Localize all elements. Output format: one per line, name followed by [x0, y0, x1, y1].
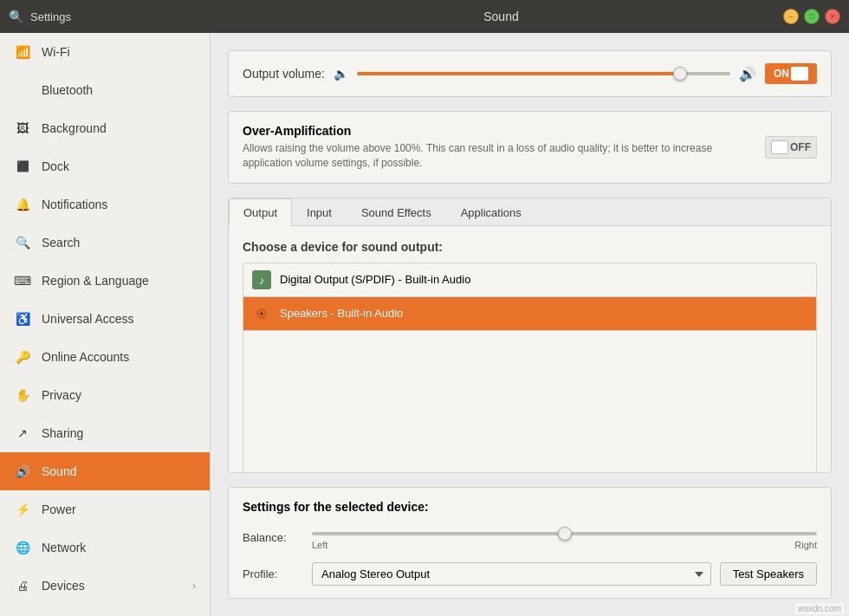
volume-section: Output volume: 🔈 🔊 ON [228, 50, 832, 97]
profile-row: Profile: Analog Stereo Output Analog Ste… [243, 562, 817, 586]
main-container: Wi-FiBluetoothBackgroundDockNotification… [0, 33, 849, 616]
notif-icon [14, 196, 31, 213]
access-icon [14, 310, 31, 327]
volume-slider[interactable] [357, 72, 730, 75]
sidebar-item-power[interactable]: Power [0, 490, 210, 528]
tab-applications[interactable]: Applications [446, 198, 536, 226]
bt-icon [14, 81, 31, 99]
overamp-title: Over-Amplification [243, 124, 751, 138]
sidebar-item-label-accounts: Online Accounts [42, 350, 196, 364]
titlebar: 🔍 Settings Sound – □ × [0, 0, 849, 33]
sidebar-item-label-devices: Devices [42, 579, 182, 593]
device-settings: Settings for the selected device: Balanc… [228, 487, 832, 599]
devices-icon [14, 577, 31, 594]
sidebar-item-label-background: Background [42, 121, 196, 135]
sidebar-item-label-power: Power [42, 503, 196, 516]
volume-label: Output volume: [243, 67, 325, 81]
profile-select[interactable]: Analog Stereo Output Analog Stereo Duple… [312, 562, 711, 586]
sidebar-item-label-notifications: Notifications [42, 198, 196, 211]
balance-right-label: Right [794, 540, 817, 550]
titlebar-settings-label: Settings [30, 10, 71, 23]
tabs-section: Output Input Sound Effects Applications … [228, 198, 832, 473]
overamp-desc: Allows raising the volume above 100%. Th… [243, 141, 751, 171]
sidebar-item-dock[interactable]: Dock [0, 147, 210, 185]
privacy-icon [14, 386, 31, 404]
balance-row: Balance: Left Right [243, 524, 817, 550]
toggle-off-label: OFF [790, 141, 811, 153]
overamp-text: Over-Amplification Allows raising the vo… [243, 124, 751, 171]
sidebar-item-label-sharing: Sharing [42, 426, 196, 440]
sidebar-item-privacy[interactable]: Privacy [0, 376, 210, 414]
sidebar-item-notifications[interactable]: Notifications [0, 185, 210, 224]
window-controls: – □ × [783, 9, 840, 24]
minimize-button[interactable]: – [783, 9, 799, 24]
volume-high-icon: 🔊 [739, 66, 756, 82]
test-speakers-button[interactable]: Test Speakers [720, 562, 817, 586]
sidebar-item-label-wifi: Wi-Fi [42, 45, 196, 59]
toggle-handle [791, 67, 808, 81]
search-icon [14, 234, 31, 251]
tab-sound-effects[interactable]: Sound Effects [347, 198, 446, 226]
sidebar-item-search[interactable]: Search [0, 224, 210, 262]
tab-output[interactable]: Output [229, 198, 292, 226]
titlebar-window-title: Sound [219, 10, 783, 23]
svg-text:♪: ♪ [259, 275, 264, 287]
balance-labels: Left Right [312, 540, 817, 550]
device-settings-title: Settings for the selected device: [243, 500, 817, 514]
device-item-speakers[interactable]: Speakers - Built-in Audio [243, 297, 816, 331]
sidebar-item-label-network: Network [42, 541, 196, 554]
watermark: wsxdn.com [795, 603, 844, 614]
volume-toggle-button[interactable]: ON [765, 63, 817, 84]
sidebar-item-label-bluetooth: Bluetooth [42, 83, 196, 97]
device-list-empty [243, 331, 816, 473]
sidebar-item-label-sound: Sound [42, 464, 196, 478]
balance-slider[interactable] [312, 532, 817, 535]
sidebar-item-details[interactable]: Details› [0, 605, 210, 616]
bg-icon [14, 120, 31, 137]
power-icon [14, 501, 31, 518]
sidebar-item-region[interactable]: Region & Language [0, 262, 210, 300]
balance-label: Balance: [243, 531, 303, 544]
volume-row: Output volume: 🔈 🔊 ON [243, 63, 817, 84]
digital-output-icon: ♪ [252, 270, 271, 289]
sidebar-item-label-dock: Dock [42, 159, 196, 173]
choose-device-label: Choose a device for sound output: [243, 240, 817, 254]
sidebar: Wi-FiBluetoothBackgroundDockNotification… [0, 33, 211, 616]
sharing-icon [14, 425, 31, 442]
volume-low-icon: 🔈 [334, 67, 348, 81]
balance-left-label: Left [312, 540, 327, 550]
sidebar-item-label-access: Universal Access [42, 312, 196, 326]
device-item-digital[interactable]: ♪ Digital Output (S/PDIF) - Built-in Aud… [243, 263, 816, 297]
device-digital-label: Digital Output (S/PDIF) - Built-in Audio [280, 273, 470, 286]
sidebar-item-label-region: Region & Language [42, 274, 196, 288]
titlebar-left: 🔍 Settings [9, 10, 219, 23]
accounts-icon [14, 348, 31, 366]
devices-arrow-icon: › [192, 580, 196, 592]
overamp-toggle-button[interactable]: OFF [765, 136, 817, 159]
sidebar-item-accounts[interactable]: Online Accounts [0, 338, 210, 376]
maximize-button[interactable]: □ [804, 9, 820, 24]
tabs-content: Choose a device for sound output: ♪ Digi… [229, 226, 831, 473]
sidebar-item-bluetooth[interactable]: Bluetooth [0, 71, 210, 109]
speakers-icon [252, 304, 271, 323]
tab-input[interactable]: Input [292, 198, 347, 226]
sidebar-item-wifi[interactable]: Wi-Fi [0, 33, 210, 71]
sidebar-item-background[interactable]: Background [0, 109, 210, 147]
sidebar-item-devices[interactable]: Devices› [0, 567, 210, 605]
sidebar-item-network[interactable]: Network [0, 528, 210, 567]
sidebar-item-label-search: Search [42, 236, 196, 250]
toggle-off-handle [771, 140, 788, 154]
svg-point-5 [261, 312, 263, 314]
region-icon [14, 272, 31, 289]
network-icon [14, 539, 31, 556]
close-button[interactable]: × [825, 9, 840, 24]
sidebar-item-access[interactable]: Universal Access [0, 300, 210, 338]
sidebar-item-sound[interactable]: Sound [0, 452, 210, 490]
overamp-section: Over-Amplification Allows raising the vo… [228, 111, 832, 184]
device-list: ♪ Digital Output (S/PDIF) - Built-in Aud… [243, 263, 817, 473]
sidebar-item-label-privacy: Privacy [42, 388, 196, 402]
sidebar-item-sharing[interactable]: Sharing [0, 414, 210, 452]
toggle-on-label: ON [774, 68, 789, 80]
volume-slider-container [357, 65, 730, 82]
profile-label: Profile: [243, 567, 303, 580]
